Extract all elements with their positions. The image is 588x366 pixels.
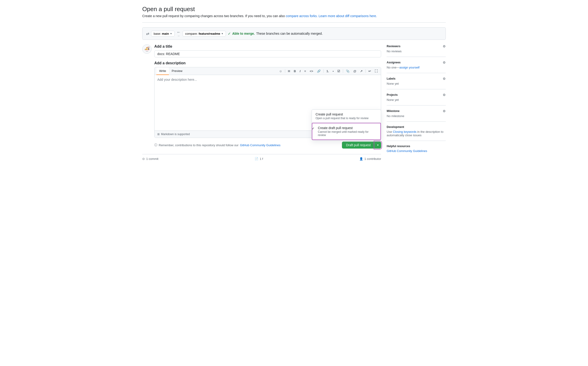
- closing-keywords-link[interactable]: Closing keywords: [393, 130, 417, 133]
- toolbar-link-btn[interactable]: 🔗: [316, 69, 322, 74]
- commits-item: ⊙ 1 commit: [142, 157, 159, 160]
- files-count: 1 f: [260, 157, 263, 160]
- page-subtitle: Create a new pull request by comparing c…: [142, 14, 446, 18]
- assignees-value: No one—assign yourself: [387, 66, 446, 69]
- tab-write[interactable]: Write: [156, 67, 169, 75]
- compare-branch-select[interactable]: compare: feature/readme ▼: [183, 31, 226, 37]
- toolbar-mention-btn[interactable]: ☺: [278, 69, 283, 74]
- compare-icon: ⇄: [146, 31, 149, 36]
- toolbar-divider-3: [343, 69, 343, 73]
- dropdown-item-create-draft[interactable]: ✓ Create draft pull request Cannot be me…: [312, 123, 381, 140]
- commits-icon: ⊙: [142, 157, 145, 160]
- submit-btn[interactable]: Draft pull request: [342, 142, 375, 149]
- submit-dropdown-btn[interactable]: ▾: [375, 142, 381, 149]
- projects-gear-icon[interactable]: ⚙: [443, 93, 446, 97]
- helpful-value: GitHub Community Guidelines: [387, 149, 446, 153]
- toolbar-ol-btn[interactable]: 1.: [325, 69, 330, 74]
- compare-label: compare:: [185, 32, 198, 35]
- helpful-guidelines-link[interactable]: GitHub Community Guidelines: [387, 149, 427, 153]
- toolbar-at-btn[interactable]: @: [352, 69, 358, 74]
- sidebar-section-assignees: Assignees ⚙ No one—assign yourself: [387, 57, 446, 73]
- dropdown-item-create-pr[interactable]: Create pull request Open a pull request …: [312, 110, 381, 123]
- tab-preview[interactable]: Preview: [169, 67, 185, 75]
- milestone-gear-icon[interactable]: ⚙: [443, 109, 446, 113]
- assignees-gear-icon[interactable]: ⚙: [443, 61, 446, 64]
- toolbar-attach-btn[interactable]: 📎: [344, 69, 351, 74]
- compare-forks-link[interactable]: compare across forks.: [286, 14, 318, 18]
- projects-title: Projects: [387, 93, 397, 97]
- contributors-icon: 👤: [359, 157, 363, 160]
- sidebar-section-projects: Projects ⚙ None yet: [387, 89, 446, 106]
- branch-bar: ⇄ base: main ▼ ← ··· compare: feature/re…: [142, 27, 446, 40]
- notice-text: Remember, contributions to this reposito…: [159, 144, 239, 147]
- sidebar-section-reviewers: Reviewers ⚙ No reviews: [387, 45, 446, 57]
- btn-group: Draft pull request ▾ Create pull request…: [342, 142, 381, 149]
- base-branch-name: main: [162, 32, 169, 35]
- toolbar-quote-btn[interactable]: ≡: [303, 69, 307, 74]
- labels-value: None yet: [387, 82, 446, 85]
- footer-bar: ⊙ 1 commit 📄 1 f 👤 1 contributor: [142, 154, 381, 163]
- base-label: base:: [154, 32, 161, 35]
- helpful-header: Helpful resources: [387, 145, 446, 148]
- development-header: Development: [387, 125, 446, 129]
- toolbar-code-btn[interactable]: <>: [308, 69, 315, 74]
- reviewers-gear-icon[interactable]: ⚙: [443, 45, 446, 48]
- compare-branch-name: feature/readme: [199, 32, 220, 35]
- info-icon: ⓘ: [154, 143, 157, 147]
- dropdown-draft-title: Create draft pull request: [318, 126, 377, 130]
- markdown-icon: ⊞: [157, 133, 160, 136]
- form-row: 🍜 Add a title Add a description Write Pr…: [142, 45, 381, 149]
- avatar: 🍜: [142, 45, 151, 54]
- compare-branch-caret: ▼: [221, 32, 223, 35]
- assignees-header: Assignees ⚙: [387, 61, 446, 64]
- labels-title: Labels: [387, 77, 396, 80]
- labels-gear-icon[interactable]: ⚙: [443, 77, 446, 81]
- main-layout: 🍜 Add a title Add a description Write Pr…: [142, 45, 446, 163]
- reviewers-title: Reviewers: [387, 45, 400, 48]
- dropdown-create-pr-desc: Open a pull request that is ready for re…: [316, 117, 377, 120]
- toolbar-fullscreen-btn[interactable]: ⛶: [373, 69, 379, 74]
- development-title: Development: [387, 125, 404, 129]
- toolbar-divider-4: [365, 69, 366, 73]
- main-left: 🍜 Add a title Add a description Write Pr…: [142, 45, 381, 163]
- files-icon: 📄: [255, 157, 258, 160]
- reviewers-value: No reviews: [387, 50, 446, 53]
- toolbar-italic-btn[interactable]: I: [298, 69, 302, 74]
- files-item: 📄 1 f: [255, 157, 263, 160]
- merge-check-icon: ✓: [228, 31, 231, 36]
- editor-toolbar: ☺ H B I ≡ <> 🔗 1. • ☑: [278, 69, 379, 74]
- commits-count: 1 commit: [146, 157, 159, 160]
- editor-tabs: Write Preview ☺ H B I ≡ <> 🔗: [155, 67, 381, 75]
- helpful-title: Helpful resources: [387, 145, 410, 148]
- toolbar-tasklist-btn[interactable]: ☑: [336, 69, 342, 74]
- submit-area: ⓘ Remember, contributions to this reposi…: [154, 142, 381, 149]
- title-section-label: Add a title: [154, 45, 381, 49]
- merge-status: ✓ Able to merge. These branches can be a…: [228, 31, 323, 36]
- base-branch-select[interactable]: base: main ▼: [151, 31, 175, 37]
- toolbar-bold-btn[interactable]: B: [292, 69, 297, 74]
- milestone-title: Milestone: [387, 109, 399, 113]
- merge-message: These branches can be automatically merg…: [256, 32, 323, 35]
- learn-more-link[interactable]: Learn more about diff comparisons here.: [318, 14, 377, 18]
- markdown-label: ⊞ Markdown is supported: [157, 133, 190, 136]
- dropdown-create-pr-title: Create pull request: [316, 112, 377, 116]
- reviewers-header: Reviewers ⚙: [387, 45, 446, 48]
- sidebar-section-milestone: Milestone ⚙ No milestone: [387, 106, 446, 122]
- title-input[interactable]: [154, 50, 381, 57]
- assignees-title: Assignees: [387, 61, 401, 64]
- milestone-header: Milestone ⚙: [387, 109, 446, 113]
- development-value: Use Closing keywords in the description …: [387, 130, 446, 137]
- assign-yourself-link[interactable]: assign yourself: [399, 66, 420, 69]
- sidebar-section-helpful: Helpful resources GitHub Community Guide…: [387, 141, 446, 156]
- milestone-value: No milestone: [387, 114, 446, 118]
- toolbar-divider-2: [323, 69, 324, 73]
- dropdown-draft-desc: Cannot be merged until marked ready for …: [318, 130, 377, 137]
- toolbar-undo-btn[interactable]: ↩: [367, 69, 372, 74]
- sidebar-section-labels: Labels ⚙ None yet: [387, 73, 446, 89]
- toolbar-crossref-btn[interactable]: ↗: [359, 69, 364, 74]
- sidebar: Reviewers ⚙ No reviews Assignees ⚙ No on…: [387, 45, 446, 156]
- toolbar-ul-btn[interactable]: •: [331, 69, 335, 74]
- community-guidelines-link[interactable]: GitHub Community Guidelines: [240, 144, 281, 147]
- toolbar-heading-btn[interactable]: H: [286, 69, 291, 74]
- form-content: Add a title Add a description Write Prev…: [154, 45, 381, 149]
